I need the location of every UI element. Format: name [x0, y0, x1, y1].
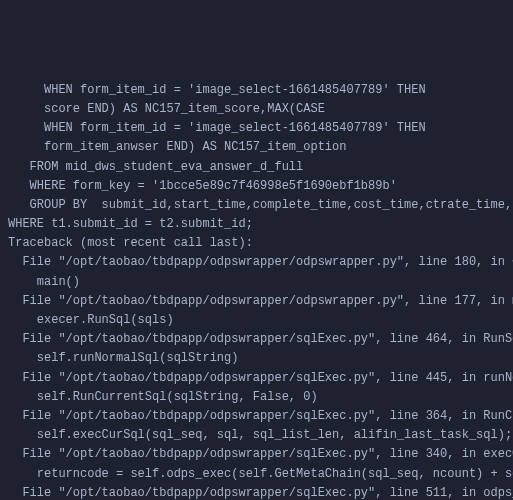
- log-line: self.RunCurrentSql(sqlString, False, 0): [8, 388, 505, 407]
- log-line: GROUP BY submit_id,start_time,complete_t…: [8, 196, 505, 215]
- log-line: WHEN form_item_id = 'image_select-166148…: [8, 81, 505, 100]
- log-line: File "/opt/taobao/tbdpapp/odpswrapper/od…: [8, 253, 505, 272]
- terminal-output: WHEN form_item_id = 'image_select-166148…: [8, 81, 505, 500]
- log-line: self.runNormalSql(sqlString): [8, 349, 505, 368]
- log-line: File "/opt/taobao/tbdpapp/odpswrapper/sq…: [8, 369, 505, 388]
- log-line: self.execCurSql(sql_seq, sql, sql_list_l…: [8, 426, 505, 445]
- log-line: WHERE form_key = '1bcce5e89c7f46998e5f16…: [8, 177, 505, 196]
- log-line: returncode = self.odps_exec(self.GetMeta…: [8, 465, 505, 484]
- log-line: score END) AS NC157_item_score,MAX(CASE: [8, 100, 505, 119]
- log-line: FROM mid_dws_student_eva_answer_d_full: [8, 158, 505, 177]
- log-line: form_item_anwser END) AS NC157_item_opti…: [8, 138, 505, 157]
- log-line: File "/opt/taobao/tbdpapp/odpswrapper/sq…: [8, 330, 505, 349]
- log-line: File "/opt/taobao/tbdpapp/odpswrapper/sq…: [8, 484, 505, 500]
- log-line: execer.RunSql(sqls): [8, 311, 505, 330]
- log-line: main(): [8, 273, 505, 292]
- log-line: File "/opt/taobao/tbdpapp/odpswrapper/sq…: [8, 445, 505, 464]
- log-line: File "/opt/taobao/tbdpapp/odpswrapper/sq…: [8, 407, 505, 426]
- log-line: WHEN form_item_id = 'image_select-166148…: [8, 119, 505, 138]
- log-line: Traceback (most recent call last):: [8, 234, 505, 253]
- log-line: WHERE t1.submit_id = t2.submit_id;: [8, 215, 505, 234]
- log-line: File "/opt/taobao/tbdpapp/odpswrapper/od…: [8, 292, 505, 311]
